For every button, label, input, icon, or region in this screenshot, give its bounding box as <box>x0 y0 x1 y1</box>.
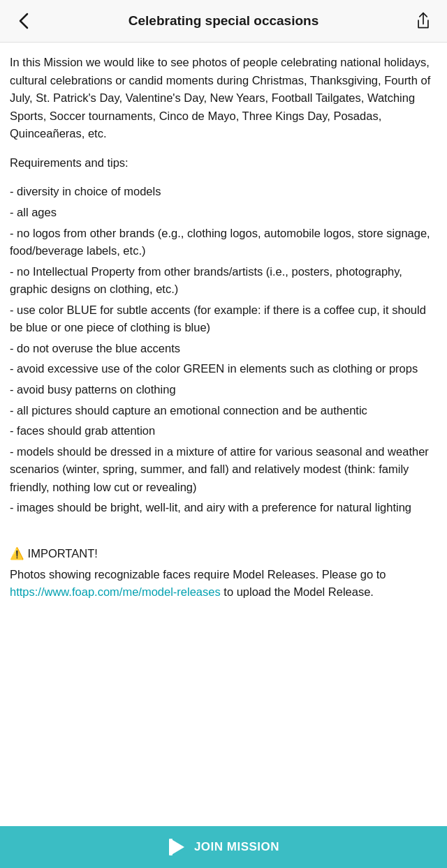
requirement-item-4: - use color BLUE for subtle accents (for… <box>10 301 437 337</box>
back-button[interactable] <box>11 8 36 33</box>
requirement-item-3: - no Intellectual Property from other br… <box>10 263 437 299</box>
main-content: In this Mission we would like to see pho… <box>0 43 447 826</box>
requirement-item-7: - avoid busy patterns on clothing <box>10 381 437 399</box>
requirement-item-11: - images should be bright, well-lit, and… <box>10 499 437 517</box>
requirement-item-1: - all ages <box>10 204 437 222</box>
requirement-item-10: - models should be dressed in a mixture … <box>10 443 437 497</box>
model-releases-link[interactable]: https://www.foap.com/me/model-releases <box>10 585 221 598</box>
important-after-link: to upload the Model Release. <box>221 585 374 598</box>
requirements-list: - diversity in choice of models- all age… <box>10 183 437 531</box>
important-text: Photos showing recognizable faces requir… <box>10 566 437 601</box>
page-title: Celebrating special occasions <box>36 13 411 29</box>
intro-text: In this Mission we would like to see pho… <box>10 54 437 172</box>
join-label: JOIN MISSION <box>194 840 279 854</box>
requirement-item-8: - all pictures should capture an emotion… <box>10 402 437 420</box>
requirement-item-6: - avoid excessive use of the color GREEN… <box>10 360 437 378</box>
important-header: ⚠️ IMPORTANT! <box>10 545 437 563</box>
requirement-item-0: - diversity in choice of models <box>10 183 437 201</box>
join-mission-bar[interactable]: JOIN MISSION <box>0 826 447 868</box>
svg-rect-1 <box>169 839 173 855</box>
requirement-item-5: - do not overuse the blue accents <box>10 340 437 358</box>
join-icon <box>168 837 187 857</box>
header: Celebrating special occasions <box>0 0 447 43</box>
requirement-item-9: - faces should grab attention <box>10 422 437 440</box>
important-before-link: Photos showing recognizable faces requir… <box>10 568 386 581</box>
important-section: ⚠️ IMPORTANT! Photos showing recognizabl… <box>10 545 437 601</box>
share-button[interactable] <box>411 8 436 33</box>
requirement-item-2: - no logos from other brands (e.g., clot… <box>10 225 437 260</box>
requirements-header: Requirements and tips: <box>10 156 129 169</box>
